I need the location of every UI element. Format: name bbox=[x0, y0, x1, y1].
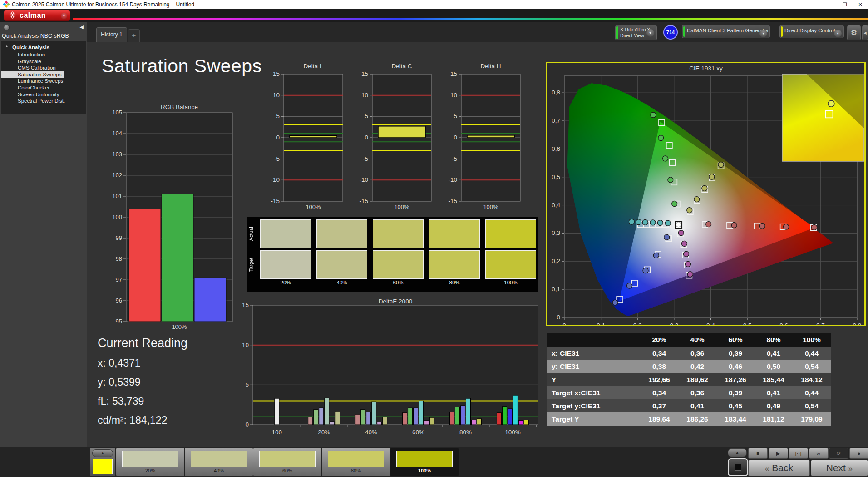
table-header: 60% bbox=[716, 333, 755, 347]
svg-text:100: 100 bbox=[112, 214, 122, 220]
table-cell: 0,41 bbox=[678, 399, 716, 412]
svg-text:0,6: 0,6 bbox=[779, 322, 788, 325]
refresh-button[interactable]: ⟳ bbox=[829, 448, 848, 459]
chevron-down-icon[interactable]: ▼ bbox=[760, 30, 767, 37]
swatch-column-label: 40% bbox=[316, 280, 367, 285]
svg-text:0,3: 0,3 bbox=[552, 229, 560, 236]
next-button[interactable]: Next » bbox=[811, 460, 868, 476]
svg-text:-5: -5 bbox=[363, 155, 368, 162]
window-title: Calman 2025 Calman Ultimate for Business… bbox=[12, 1, 194, 8]
pattern-swatch-80%[interactable]: 80% bbox=[322, 448, 390, 476]
restore-icon[interactable]: ❐ bbox=[837, 0, 853, 9]
settings-button[interactable]: ⚙ bbox=[847, 25, 861, 40]
sidebar-item-spectral-power-dist-[interactable]: Spectral Power Dist. bbox=[1, 98, 86, 104]
pattern-swatch-100%[interactable]: 100% bbox=[390, 448, 459, 476]
svg-text:5: 5 bbox=[245, 381, 249, 388]
swatch-color bbox=[259, 451, 316, 467]
swatch-label: 60% bbox=[253, 468, 321, 473]
svg-text:40%: 40% bbox=[365, 429, 377, 436]
chevron-down-icon[interactable]: ▼ bbox=[61, 13, 67, 19]
svg-text:10: 10 bbox=[450, 92, 457, 99]
pattern-window-button[interactable] bbox=[728, 458, 748, 476]
tree-root[interactable]: Quick Analysis bbox=[1, 44, 86, 51]
expand-controls-button[interactable]: ▲ bbox=[728, 448, 747, 457]
pattern-swatch-40%[interactable]: 40% bbox=[185, 448, 253, 476]
display-control-name: Direct Display Control bbox=[784, 28, 835, 33]
table-cell: 189,62 bbox=[678, 373, 716, 386]
add-tab-button[interactable]: + bbox=[128, 29, 140, 42]
swatch-color bbox=[122, 451, 178, 467]
stop-button[interactable]: ■ bbox=[748, 448, 768, 459]
pattern-swatch-60%[interactable]: 60% bbox=[253, 448, 321, 476]
svg-text:0,4: 0,4 bbox=[552, 202, 560, 209]
table-row: Target Y189,64186,26183,44181,12179,09 bbox=[547, 412, 831, 426]
swatch-compare-panel: ActualTarget20%40%60%80%100% bbox=[247, 217, 538, 292]
svg-text:20%: 20% bbox=[318, 429, 330, 436]
chevron-down-icon[interactable]: ▼ bbox=[646, 29, 654, 37]
sidebar-item-luminance-sweeps[interactable]: Luminance Sweeps bbox=[1, 78, 86, 84]
table-header bbox=[547, 333, 640, 347]
swatch-column-label: 100% bbox=[485, 280, 536, 285]
svg-text:5: 5 bbox=[454, 113, 457, 119]
row-label: Target x:CIE31 bbox=[547, 386, 640, 399]
sidebar-item-introduction[interactable]: Introduction bbox=[1, 51, 86, 58]
svg-text:-10: -10 bbox=[271, 176, 280, 183]
svg-text:15: 15 bbox=[273, 70, 280, 77]
chevron-down-icon[interactable]: ▼ bbox=[834, 30, 842, 37]
swatch-color bbox=[191, 451, 247, 467]
table-cell: 184,12 bbox=[793, 373, 831, 386]
workflow-radio-icon[interactable] bbox=[4, 25, 10, 30]
table-header: 80% bbox=[755, 333, 793, 347]
svg-text:100%: 100% bbox=[505, 429, 521, 436]
active-pattern-swatch[interactable] bbox=[93, 459, 113, 474]
table-cell: 0,38 bbox=[640, 360, 678, 373]
delta-l-xlabel: 100% bbox=[286, 204, 340, 210]
delta-l-chart: 151050-5-10-15 bbox=[266, 70, 345, 205]
expand-pattern-panel-button[interactable]: ▲ bbox=[92, 449, 113, 457]
record-button[interactable]: ● bbox=[849, 448, 868, 459]
tab-history-1[interactable]: History 1 bbox=[96, 27, 127, 42]
tree-expander-icon[interactable] bbox=[6, 45, 8, 47]
table-cell: 183,44 bbox=[716, 412, 755, 426]
sidebar-item-saturation-sweeps[interactable]: Saturation Sweeps bbox=[1, 71, 64, 78]
back-button[interactable]: « Back bbox=[748, 460, 810, 476]
infinity-icon: ∞ bbox=[817, 451, 820, 456]
svg-text:98: 98 bbox=[116, 255, 122, 262]
svg-text:0: 0 bbox=[276, 134, 280, 141]
pattern-generator-dropdown[interactable]: CalMAN Client 3 Pattern Generator ▼ bbox=[682, 25, 770, 38]
table-cell: 185,44 bbox=[755, 373, 793, 386]
sidebar-item-screen-uniformity[interactable]: Screen Uniformity bbox=[1, 91, 86, 98]
svg-text:97: 97 bbox=[116, 276, 122, 283]
svg-text:10: 10 bbox=[242, 342, 249, 348]
continuous-read-button[interactable]: ∞ bbox=[809, 448, 829, 459]
pattern-swatch-20%[interactable]: 20% bbox=[116, 448, 184, 476]
meter-dropdown[interactable]: X-Rite i1Pro 3 Direct View ▼ bbox=[615, 25, 657, 40]
pattern-generator-name: CalMAN Client 3 Pattern Generator bbox=[687, 28, 769, 33]
svg-text:0,7: 0,7 bbox=[552, 117, 560, 124]
pattern-bracket-button[interactable]: [··] bbox=[789, 448, 808, 459]
sidebar-item-grayscale[interactable]: Grayscale bbox=[1, 58, 86, 65]
table-cell: 186,26 bbox=[678, 412, 716, 426]
measurement-table: 20%40%60%80%100%x: CIE310,340,360,390,41… bbox=[547, 333, 831, 426]
sidebar-item-cms-calibration[interactable]: CMS Calibration bbox=[1, 65, 86, 71]
svg-text:0,6: 0,6 bbox=[552, 145, 560, 152]
meter-reading-badge[interactable]: 714 bbox=[663, 25, 678, 40]
deltae-2000-chart: 05101510020%40%60%80%100% bbox=[235, 300, 548, 437]
play-button[interactable]: ▶ bbox=[769, 448, 788, 459]
sidebar-item-colorchecker[interactable]: ColorChecker bbox=[1, 84, 86, 91]
svg-text:0: 0 bbox=[245, 421, 249, 428]
spectrum-divider bbox=[73, 18, 868, 20]
close-icon[interactable]: ✕ bbox=[853, 0, 868, 9]
calman-menu-button[interactable]: calman ▼ bbox=[4, 10, 70, 21]
sidebar-collapse-icon[interactable]: ◀ bbox=[80, 24, 84, 30]
table-cell: 181,12 bbox=[755, 412, 793, 426]
delta-l-title: Delta L bbox=[286, 63, 340, 70]
minimize-icon[interactable]: — bbox=[822, 0, 837, 9]
display-control-dropdown[interactable]: Direct Display Control ▼ bbox=[779, 25, 844, 38]
panel-collapse-button[interactable]: ◀ bbox=[862, 25, 868, 40]
table-cell: 0,37 bbox=[640, 399, 678, 412]
svg-text:10: 10 bbox=[273, 92, 280, 99]
table-row: Target y:CIE310,370,410,450,490,54 bbox=[547, 399, 831, 412]
table-cell: 0,50 bbox=[755, 360, 793, 373]
table-cell: 0,44 bbox=[793, 347, 831, 360]
